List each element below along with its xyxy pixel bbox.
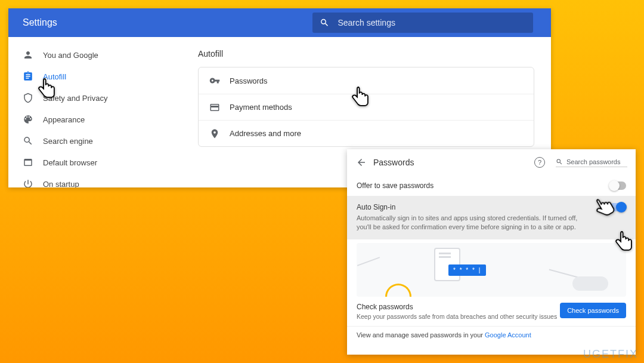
autofill-card: Passwords Payment methods Addresses and …: [198, 67, 534, 147]
settings-sidebar: You and Google Autofill Safety and Priva…: [8, 37, 181, 187]
sidebar-item-search-engine[interactable]: Search engine: [8, 130, 181, 152]
search-settings[interactable]: [312, 13, 533, 33]
autofill-heading: Autofill: [198, 49, 534, 59]
offer-save-row: Offer to save passwords: [347, 176, 636, 196]
key-icon: [209, 75, 220, 86]
autofill-row-addresses[interactable]: Addresses and more: [199, 120, 534, 146]
autofill-row-passwords[interactable]: Passwords: [199, 67, 534, 94]
sidebar-item-label: Search engine: [43, 137, 93, 146]
settings-title: Settings: [8, 17, 312, 28]
search-icon: [320, 17, 329, 28]
sidebar-item-on-startup[interactable]: On startup: [8, 173, 181, 187]
footer-text: View and manage saved passwords in your: [357, 331, 485, 339]
sidebar-item-label: Safety and Privacy: [43, 94, 107, 103]
check-passwords-button[interactable]: Check passwords: [560, 303, 626, 318]
person-icon: [23, 50, 33, 60]
browser-icon: [23, 157, 33, 168]
arrow-left-icon: [356, 157, 367, 168]
auto-signin-toggle[interactable]: [609, 203, 626, 211]
autofill-row-label: Passwords: [230, 76, 268, 85]
check-passwords-heading: Check passwords: [357, 303, 557, 311]
passwords-footer: View and manage saved passwords in your …: [347, 326, 636, 343]
settings-header: Settings: [8, 8, 551, 37]
clipboard-icon: [23, 71, 33, 82]
check-passwords-sub: Keep your passwords safe from data breac…: [357, 313, 557, 320]
offer-save-label: Offer to save passwords: [357, 182, 434, 190]
search-passwords-placeholder: Search passwords: [566, 158, 621, 165]
autofill-row-label: Payment methods: [230, 103, 292, 112]
watermark: UGETFIX: [583, 348, 638, 361]
sidebar-item-label: Default browser: [43, 158, 97, 167]
credit-card-icon: [209, 102, 220, 113]
shield-icon: [23, 93, 33, 103]
search-passwords[interactable]: Search passwords: [556, 158, 627, 167]
passwords-title: Passwords: [373, 158, 528, 167]
passwords-header: Passwords ? Search passwords: [347, 149, 636, 176]
sidebar-item-label: Appearance: [43, 115, 85, 124]
offer-save-toggle[interactable]: [609, 182, 626, 190]
illustration-password-text: * * * * |: [448, 264, 486, 276]
search-icon: [556, 158, 563, 165]
sidebar-item-label: On startup: [43, 180, 79, 188]
sidebar-item-autofill[interactable]: Autofill: [8, 66, 181, 87]
auto-signin-label: Auto Sign-in: [357, 203, 583, 211]
power-icon: [23, 179, 33, 187]
location-icon: [209, 128, 220, 139]
check-passwords-row: Check passwords Keep your passwords safe…: [347, 297, 636, 324]
sidebar-item-label: You and Google: [43, 51, 98, 60]
auto-signin-row: Auto Sign-in Automatically sign in to si…: [347, 196, 636, 239]
help-button[interactable]: ?: [534, 157, 545, 168]
sidebar-item-default-browser[interactable]: Default browser: [8, 152, 181, 173]
sidebar-item-safety[interactable]: Safety and Privacy: [8, 87, 181, 109]
sidebar-item-you-and-google[interactable]: You and Google: [8, 44, 181, 66]
back-button[interactable]: [355, 156, 367, 168]
sidebar-item-label: Autofill: [43, 72, 66, 81]
passwords-panel: Passwords ? Search passwords Offer to sa…: [347, 149, 636, 355]
google-account-link[interactable]: Google Account: [485, 331, 531, 339]
autofill-row-payment[interactable]: Payment methods: [199, 94, 534, 120]
palette-icon: [23, 114, 33, 125]
passwords-illustration: * * * * |: [357, 243, 626, 297]
sidebar-item-appearance[interactable]: Appearance: [8, 109, 181, 130]
search-icon: [23, 136, 33, 146]
autofill-row-label: Addresses and more: [230, 129, 301, 138]
auto-signin-desc: Automatically sign in to sites and apps …: [357, 214, 583, 232]
search-settings-input[interactable]: [338, 18, 526, 27]
